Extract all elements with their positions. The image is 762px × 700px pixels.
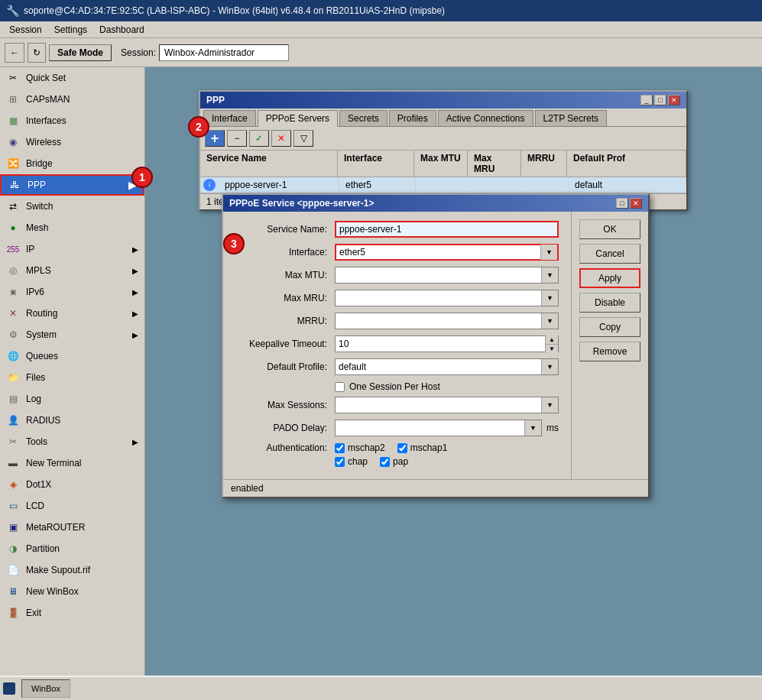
disable-button[interactable]: Disable	[579, 293, 640, 313]
quickset-icon: ✂	[6, 71, 20, 85]
filter-button[interactable]: ▽	[293, 130, 313, 147]
mrru-dropdown[interactable]: ▼	[541, 313, 558, 329]
sidebar-item-ppp[interactable]: 🖧 PPP ▶	[0, 174, 144, 196]
annotation-2: 2	[188, 116, 209, 138]
table-row[interactable]: i pppoe-server-1 ether5 default	[200, 177, 686, 193]
start-icon	[3, 682, 15, 695]
sidebar-item-capsman[interactable]: ⊞ CAPsMAN	[0, 89, 144, 110]
chap-checkbox[interactable]	[335, 457, 345, 467]
chap-option[interactable]: chap	[335, 456, 368, 467]
sidebar-item-interfaces[interactable]: ▦ Interfaces	[0, 110, 144, 131]
ok-button[interactable]: OK	[579, 219, 640, 239]
keepalive-down[interactable]: ▼	[546, 344, 558, 352]
dialog-restore-button[interactable]: □	[616, 198, 628, 209]
forward-button[interactable]: ↻	[28, 43, 46, 63]
dialog-status: enabled	[223, 479, 648, 497]
copy-button[interactable]: Copy	[579, 317, 640, 337]
apply-button[interactable]: Apply	[579, 268, 640, 288]
pap-option[interactable]: pap	[380, 456, 408, 467]
pap-checkbox[interactable]	[380, 457, 390, 467]
sidebar-item-system[interactable]: ⚙ System ▶	[0, 324, 144, 345]
menu-dashboard[interactable]: Dashboard	[93, 23, 151, 37]
sidebar-item-ip[interactable]: 255 IP ▶	[0, 238, 144, 260]
sidebar-item-mesh[interactable]: ● Mesh	[0, 217, 144, 238]
pado-delay-dropdown[interactable]: ▼	[524, 420, 541, 436]
td-max-mru	[469, 183, 523, 187]
tab-pppoe-servers[interactable]: PPPoE Servers	[258, 110, 338, 127]
dialog-buttons: OK Cancel Apply Disable Copy Remove	[571, 212, 648, 479]
mrru-label: MRRU:	[235, 316, 335, 326]
tab-l2tp-secrets[interactable]: L2TP Secrets	[535, 110, 607, 126]
sidebar-item-switch[interactable]: ⇄ Switch	[0, 196, 144, 217]
sidebar-item-routing[interactable]: ✕ Routing ▶	[0, 303, 144, 324]
mschap2-option[interactable]: mschap2	[335, 442, 385, 453]
tab-interface[interactable]: Interface	[203, 110, 256, 126]
session-input[interactable]	[159, 44, 289, 61]
mschap1-option[interactable]: mschap1	[397, 442, 448, 453]
sidebar-item-ipv6[interactable]: ▣ IPv6 ▶	[0, 281, 144, 303]
dialog-window-controls: □ ✕	[616, 198, 642, 209]
default-profile-dropdown[interactable]: ▼	[541, 359, 558, 374]
sidebar-item-radius[interactable]: 👤 RADIUS	[0, 410, 144, 431]
sidebar-item-newwinbox[interactable]: 🖥 New WinBox	[0, 581, 144, 602]
sidebar-item-lcd[interactable]: ▭ LCD	[0, 495, 144, 517]
tab-active-connections[interactable]: Active Connections	[438, 110, 533, 126]
check-button[interactable]: ✓	[249, 130, 269, 147]
menu-settings[interactable]: Settings	[48, 23, 93, 37]
mschap2-checkbox[interactable]	[335, 443, 345, 453]
chap-label: chap	[348, 456, 368, 467]
mschap1-label: mschap1	[410, 442, 448, 453]
sidebar-item-wireless[interactable]: ◉ Wireless	[0, 131, 144, 153]
cancel-row-button[interactable]: ✕	[271, 130, 291, 147]
capsman-icon: ⊞	[6, 92, 20, 106]
max-mtu-dropdown[interactable]: ▼	[541, 267, 558, 283]
sidebar-item-metarouter[interactable]: ▣ MetaROUTER	[0, 517, 144, 538]
remove-button[interactable]: −	[227, 130, 247, 147]
sidebar-item-mpls[interactable]: ◎ MPLS ▶	[0, 260, 144, 281]
metarouter-icon: ▣	[6, 520, 20, 534]
one-session-checkbox[interactable]	[335, 382, 345, 392]
taskbar-winbox[interactable]: WinBox	[21, 679, 70, 698]
sidebar-item-quickset[interactable]: ✂ Quick Set	[0, 67, 144, 89]
interface-dropdown-button[interactable]: ▼	[540, 245, 557, 260]
keepalive-input[interactable]	[336, 339, 545, 349]
remove-button[interactable]: Remove	[579, 342, 640, 361]
td-interface: ether5	[339, 177, 416, 193]
dialog-close-button[interactable]: ✕	[630, 198, 642, 209]
restore-button[interactable]: □	[654, 95, 666, 105]
service-name-input[interactable]	[335, 221, 559, 238]
cancel-button[interactable]: Cancel	[579, 244, 640, 264]
td-mrru	[523, 183, 569, 187]
back-button[interactable]: ←	[5, 43, 24, 63]
sidebar-item-files[interactable]: 📁 Files	[0, 367, 144, 388]
one-session-row: One Session Per Host	[235, 381, 559, 392]
sidebar-item-log[interactable]: ▤ Log	[0, 388, 144, 410]
sidebar-item-dot1x[interactable]: ◈ Dot1X	[0, 474, 144, 495]
menu-session[interactable]: Session	[3, 23, 48, 37]
keepalive-up[interactable]: ▲	[546, 335, 558, 344]
pado-delay-label: PADO Delay:	[235, 423, 335, 433]
newwinbox-icon: 🖥	[6, 585, 20, 598]
sidebar-item-tools[interactable]: ✂ Tools ▶	[0, 431, 144, 452]
dialog-form: Service Name: Interface: ether5 ▼ 3	[223, 212, 571, 479]
exit-icon: 🚪	[6, 606, 20, 620]
sidebar-item-exit[interactable]: 🚪 Exit	[0, 602, 144, 624]
safe-mode-button[interactable]: Safe Mode	[49, 44, 112, 61]
mschap1-checkbox[interactable]	[397, 443, 407, 453]
sidebar-item-queues[interactable]: 🌐 Queues	[0, 345, 144, 367]
tab-profiles[interactable]: Profiles	[389, 110, 436, 126]
auth-row-1: mschap2 mschap1	[335, 442, 447, 453]
sidebar-item-makesupout[interactable]: 📄 Make Supout.rif	[0, 559, 144, 581]
max-sessions-dropdown[interactable]: ▼	[541, 397, 558, 413]
interface-row: Interface: ether5 ▼ 3	[235, 244, 559, 261]
tab-secrets[interactable]: Secrets	[339, 110, 387, 126]
close-button[interactable]: ✕	[668, 95, 680, 105]
max-mru-dropdown[interactable]: ▼	[541, 290, 558, 306]
sidebar-item-bridge[interactable]: 🔀 Bridge	[0, 153, 144, 174]
max-sessions-row: Max Sessions: ▼	[235, 397, 559, 413]
sidebar-item-partition[interactable]: ◑ Partition	[0, 538, 144, 559]
pado-ms-label: ms	[546, 423, 559, 433]
annotation-3: 3	[223, 233, 245, 254]
sidebar-item-newterminal[interactable]: ▬ New Terminal	[0, 452, 144, 474]
minimize-button[interactable]: _	[640, 95, 653, 105]
